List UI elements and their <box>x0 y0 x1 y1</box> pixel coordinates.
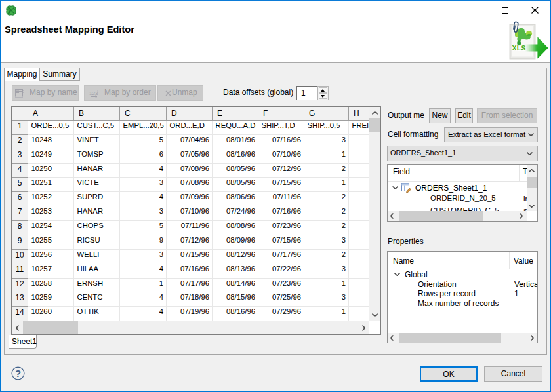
svg-text:?: ? <box>15 368 21 379</box>
svg-text:123: 123 <box>89 90 98 96</box>
